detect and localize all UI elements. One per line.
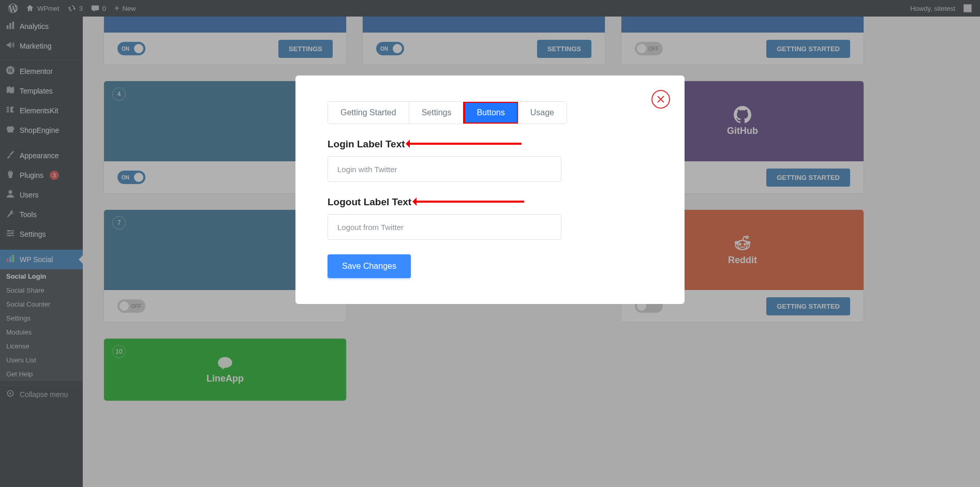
login-label-input[interactable] [328, 156, 561, 182]
tab-usage[interactable]: Usage [518, 102, 567, 124]
modal-tabs: Getting Started Settings Buttons Usage [328, 101, 567, 124]
save-changes-button[interactable]: Save Changes [328, 254, 411, 278]
tab-getting-started[interactable]: Getting Started [328, 102, 409, 124]
tab-buttons[interactable]: Buttons [464, 102, 517, 124]
close-button[interactable] [651, 90, 670, 109]
settings-modal: Getting Started Settings Buttons Usage L… [295, 75, 685, 304]
tab-settings[interactable]: Settings [409, 102, 465, 124]
logout-label-field: Logout Label Text [328, 196, 652, 240]
logout-label-input[interactable] [328, 214, 561, 240]
annotation-arrow [408, 143, 522, 145]
annotation-arrow [414, 201, 524, 203]
login-label-field: Login Label Text [328, 139, 652, 182]
